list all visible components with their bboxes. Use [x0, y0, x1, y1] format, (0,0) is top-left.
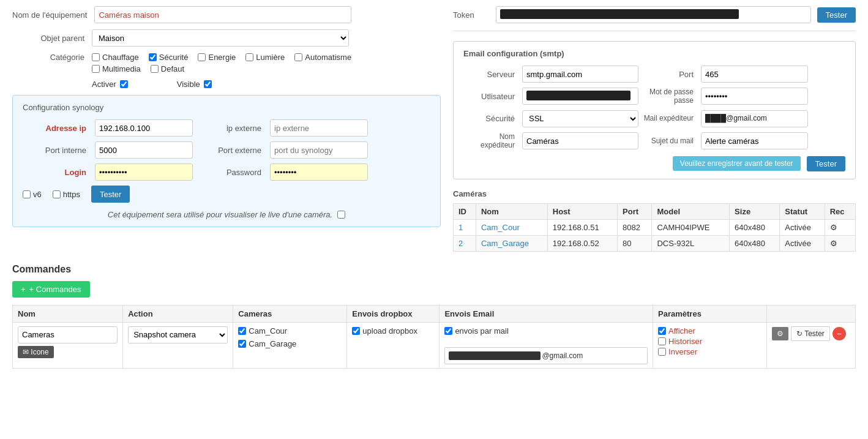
- login-label: Login: [23, 168, 90, 177]
- gear-button[interactable]: ⚙: [772, 327, 788, 340]
- cmd-row-1: ✉ Icone Snapshot camera Enregistrement A…: [13, 322, 856, 368]
- cat-automatisme[interactable]: Automatisme: [294, 53, 351, 62]
- afficher-checkbox[interactable]: [658, 327, 666, 335]
- cameras-title: Caméras: [453, 189, 856, 198]
- historiser-link[interactable]: Historiser: [668, 337, 702, 346]
- cmd-btns-cell: ⚙ ↻ Tester −: [767, 322, 856, 368]
- dropbox-checkbox[interactable]: upload dropbox: [352, 326, 434, 336]
- cam2-rec[interactable]: ⚙: [825, 235, 855, 251]
- tester-token-button[interactable]: Tester: [817, 7, 856, 23]
- col-envois-dropbox: Envois dropbox: [347, 305, 440, 322]
- login-input[interactable]: [95, 163, 193, 181]
- cam2-id[interactable]: 2: [458, 239, 463, 248]
- col-rec: Rec: [825, 203, 855, 219]
- inverser-link[interactable]: Inverser: [668, 347, 697, 356]
- activer-checkbox[interactable]: [120, 80, 128, 88]
- cmd-nom-cell: ✉ Icone: [13, 322, 123, 368]
- cat-defaut[interactable]: Defaut: [151, 64, 184, 73]
- cam1-rec[interactable]: ⚙: [825, 219, 855, 235]
- cam-cour-checkbox[interactable]: Cam_Cour: [238, 326, 287, 336]
- config-title: Configuration synology: [23, 103, 430, 112]
- tester-cmd-button[interactable]: ↻ Tester: [791, 326, 830, 341]
- cmd-email-cell: envois par mail @gmail.com: [440, 322, 653, 368]
- col-parametres: Paramètres: [653, 305, 767, 322]
- serveur-label: Serveur: [463, 70, 518, 79]
- password-input[interactable]: [270, 163, 368, 181]
- cat-chauffage[interactable]: Chauffage: [92, 53, 139, 62]
- objet-parent-label: Objet parent: [12, 34, 92, 43]
- email-send-checkbox[interactable]: envois par mail: [444, 326, 648, 336]
- camera-row-2: 2 Cam_Garage 192.168.0.52 80 DCS-932L 64…: [454, 235, 856, 251]
- cameras-table: ID Nom Host Port Model Size Statut Rec 1: [453, 203, 856, 252]
- mot-de-passe-input[interactable]: [701, 88, 808, 105]
- col-size: Size: [730, 203, 780, 219]
- securite-label: Sécurité: [463, 114, 518, 123]
- cam1-port: 8082: [618, 219, 652, 235]
- afficher-link[interactable]: Afficher: [668, 326, 695, 336]
- token-row: Token Tester: [453, 6, 856, 31]
- delete-cmd-button[interactable]: −: [832, 327, 846, 340]
- nom-equipement-input[interactable]: [94, 6, 351, 23]
- cam1-nom[interactable]: Cam_Cour: [481, 223, 520, 232]
- live-checkbox[interactable]: [337, 211, 345, 219]
- cat-lumiere[interactable]: Lumière: [245, 53, 285, 62]
- password-label: Password: [198, 168, 265, 177]
- port-externe-input[interactable]: [270, 141, 368, 159]
- cam1-id[interactable]: 1: [458, 223, 463, 232]
- mail-expediteur-label: Mail expéditeur: [642, 114, 697, 124]
- cmd-icone-button[interactable]: ✉ Icone: [18, 346, 54, 358]
- col-statut: Statut: [780, 203, 825, 219]
- utilisateur-label: Utlisateur: [463, 92, 518, 101]
- nom-expediteur-label: Nom expéditeur: [463, 132, 518, 150]
- cat-energie[interactable]: Energie: [198, 53, 236, 62]
- port-label: Port: [642, 70, 697, 79]
- securite-select[interactable]: SSL: [522, 110, 638, 127]
- activer-label: Activer: [92, 80, 116, 89]
- email-addr-value: [449, 351, 541, 360]
- serveur-input[interactable]: [522, 66, 638, 83]
- col-port: Port: [618, 203, 652, 219]
- commandes-title: Commandes: [12, 264, 856, 275]
- email-config-title: Email configuration (smtp): [463, 49, 845, 58]
- visible-checkbox[interactable]: [204, 80, 212, 88]
- inverser-checkbox[interactable]: [658, 348, 666, 356]
- tester-email-button[interactable]: Tester: [807, 156, 845, 171]
- sujet-mail-input[interactable]: [701, 132, 808, 149]
- commandes-table: Nom Action Cameras Envois dropbox Envois…: [12, 305, 856, 369]
- cmd-cameras-cell: Cam_Cour Cam_Garage: [233, 322, 347, 368]
- col-nom: Nom: [476, 203, 547, 219]
- port-input[interactable]: [701, 66, 808, 83]
- v6-label[interactable]: v6: [23, 190, 42, 199]
- col-action: Action: [123, 305, 233, 322]
- ip-externe-input[interactable]: [270, 119, 368, 137]
- cmd-nom-input[interactable]: [18, 326, 118, 343]
- mot-de-passe-label: Mot de passe passe: [642, 88, 697, 105]
- nom-equipement-label: Nom de l'équipement: [12, 10, 94, 20]
- token-value: [500, 9, 739, 19]
- add-commandes-button[interactable]: + + Commandes: [12, 281, 90, 298]
- save-note-button[interactable]: Veuillez enregistrer avant de tester: [673, 156, 801, 171]
- cam-garage-checkbox[interactable]: Cam_Garage: [238, 339, 296, 348]
- cam1-size: 640x480: [730, 219, 780, 235]
- objet-parent-select[interactable]: Maison: [92, 29, 349, 47]
- cam2-size: 640x480: [730, 235, 780, 251]
- cam2-port: 80: [618, 235, 652, 251]
- cam2-host: 192.168.0.52: [547, 235, 617, 251]
- cat-multimedia[interactable]: Multimedia: [92, 64, 141, 73]
- live-note-text: Cet équipement sera utilisé pour visuali…: [108, 210, 332, 219]
- adresse-ip-label: Adresse ip: [23, 124, 90, 133]
- email-config-box: Email configuration (smtp) Serveur Port …: [453, 41, 856, 179]
- cmd-param-cell: Afficher Historiser Inverser: [653, 322, 767, 368]
- categorie-label: Catégorie: [12, 53, 92, 62]
- cmd-action-select[interactable]: Snapshot camera Enregistrement Autre: [128, 326, 228, 343]
- historiser-checkbox[interactable]: [658, 337, 666, 345]
- adresse-ip-input[interactable]: [95, 119, 193, 137]
- cat-securite[interactable]: Sécurité: [149, 53, 189, 62]
- cam2-nom[interactable]: Cam_Garage: [481, 239, 529, 248]
- https-label[interactable]: https: [53, 190, 80, 199]
- col-cameras: Cameras: [233, 305, 347, 322]
- tester-synology-button[interactable]: Tester: [91, 186, 130, 203]
- nom-expediteur-input[interactable]: [522, 132, 638, 149]
- col-id: ID: [454, 203, 476, 219]
- port-interne-input[interactable]: [95, 141, 193, 159]
